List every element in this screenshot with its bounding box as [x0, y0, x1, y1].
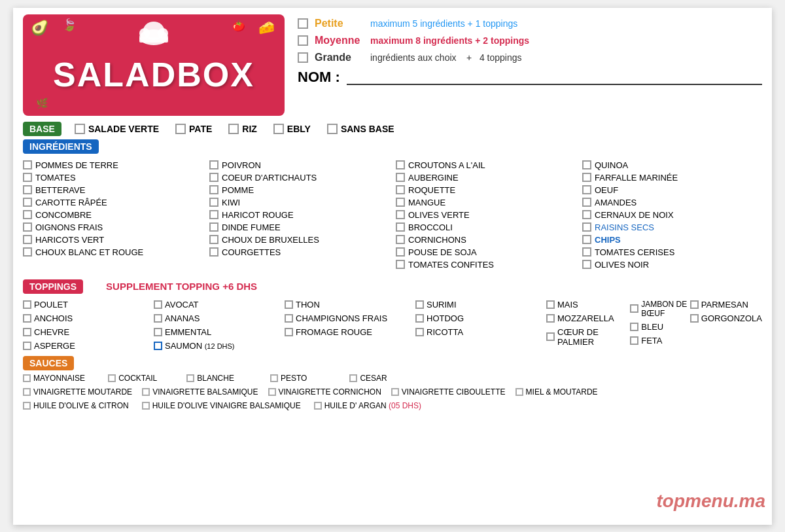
ingredients-badge: INGRÉDIENTS: [23, 139, 99, 154]
sauces-row1: MAYONNAISE COCKTAIL BLANCHE PESTO CESAR: [23, 372, 762, 384]
sauces-row3: HUILE D'OLIVE & CITRON HUILE D'OLIVE VIN…: [23, 400, 762, 412]
sauce-blanche: BLANCHE: [186, 372, 234, 384]
top-thon: THON: [285, 298, 415, 311]
top-mozzarella: MOZZARELLA: [546, 312, 630, 325]
top-section: 🥑 🍃 🧀 🍅 🌿 SALADBOX Petite: [13, 8, 772, 119]
toppings-grid: POULET ANCHOIS CHEVRE ASPERGE AVOCAT ANA…: [23, 298, 762, 352]
sauce-mayonnaise: MAYONNAISE: [23, 372, 85, 384]
size-moyenne-checkbox[interactable]: [298, 35, 308, 46]
svg-rect-4: [139, 37, 168, 43]
base-ebly: EBLY: [273, 124, 311, 134]
top-chevre: CHEVRE: [23, 326, 154, 338]
top-asperge: ASPERGE: [23, 340, 154, 352]
ing-pommes-de-terre: POMMES DE TERRE: [23, 159, 203, 171]
toppings-col3: THON CHAMPIGNONS FRAIS FROMAGE ROUGE: [285, 298, 415, 352]
ing-farfalle-marinee: FARFALLE MARINÉE: [582, 171, 762, 184]
ingredients-badge-row: INGRÉDIENTS: [13, 139, 772, 154]
top-fromage-rouge: FROMAGE ROUGE: [285, 326, 415, 338]
size-grande-label: Grande: [315, 52, 364, 63]
ing-tomates: TOMATES: [23, 171, 203, 184]
base-badge: BASE: [23, 122, 61, 136]
ing-kiwi: KIWI: [209, 196, 389, 209]
ing-haricots-vert: HARICOTS VERT: [23, 234, 203, 246]
top-ananas: ANANAS: [154, 312, 285, 325]
toppings-header: TOPPINGS SUPPLEMENT TOPPING +6 DHS: [13, 276, 772, 297]
base-salade-verte: SALADE VERTE: [75, 124, 159, 134]
toppings-col4: SURIMI HOTDOG RICOTTA: [415, 298, 546, 352]
base-riz-checkbox[interactable]: [228, 124, 239, 134]
base-riz-label: RIZ: [242, 124, 257, 134]
svg-point-2: [139, 28, 150, 39]
ing-olives-verte: OLIVES VERTE: [396, 209, 576, 221]
nom-input-line[interactable]: [347, 69, 762, 85]
ing-croutons-ail: CROUTONS A L'AIL: [396, 159, 576, 171]
top-anchois: ANCHOIS: [23, 312, 154, 325]
logo-area: 🥑 🍃 🧀 🍅 🌿 SALADBOX: [23, 14, 285, 116]
size-grande: Grande ingrédients aux choix + 4 topping…: [298, 52, 762, 63]
base-ebly-label: EBLY: [287, 124, 311, 134]
sauces-header: SAUCES: [13, 355, 772, 371]
base-sans-base: SANS BASE: [327, 124, 394, 134]
base-ebly-checkbox[interactable]: [273, 124, 284, 134]
top-mais: MAIS: [546, 298, 630, 311]
ing-raisins-secs: RAISINS SECS: [582, 221, 762, 234]
base-riz: RIZ: [228, 124, 257, 134]
ing-quinoa: QUINOA: [582, 159, 762, 171]
ing-choux-blanc-rouge: CHOUX BLANC ET ROUGE: [23, 246, 203, 258]
size-petite-desc: maximum 5 ingrédients + 1 toppings: [370, 18, 517, 29]
ing-chips: CHIPS: [582, 234, 762, 246]
top-champignons: CHAMPIGNONS FRAIS: [285, 312, 415, 325]
top-jambon-boeuf: JAMBON DE BŒUF: [630, 298, 690, 319]
base-pate-checkbox[interactable]: [175, 124, 186, 134]
size-petite-checkbox[interactable]: [298, 18, 308, 29]
ing-poivron: POIVRON: [209, 159, 389, 171]
sauce-vinaigrette-cornichon: VINAIGRETTE CORNICHON: [268, 386, 381, 398]
sauce-pesto: PESTO: [270, 372, 307, 384]
size-grande-checkbox[interactable]: [298, 52, 308, 63]
base-row: BASE SALADE VERTE PATE RIZ EBLY SANS BAS…: [13, 119, 772, 139]
base-sans-base-label: SANS BASE: [341, 124, 394, 134]
sauce-cesar: CESAR: [349, 372, 387, 384]
top-poulet: POULET: [23, 298, 154, 311]
top-surimi: SURIMI: [415, 298, 546, 311]
top-saumon: SAUMON (12 DHS): [154, 340, 285, 352]
ingredients-section: POMMES DE TERRE TOMATES BETTERAVE CAROTT…: [13, 154, 772, 274]
ing-cornichons: CORNICHONS: [396, 234, 576, 246]
top-emmental: EMMENTAL: [154, 326, 285, 338]
sauce-vinaigrette-ciboulette: VINAIGRETTE CIBOULETTE: [391, 386, 506, 398]
toppings-col1: POULET ANCHOIS CHEVRE ASPERGE: [23, 298, 154, 352]
top-parmesan: PARMESAN: [690, 298, 762, 311]
ing-dinde-fumee: DINDE FUMEE: [209, 221, 389, 234]
supplement-text: SUPPLEMENT TOPPING +6 DHS: [106, 281, 257, 292]
size-petite: Petite maximum 5 ingrédients + 1 topping…: [298, 18, 762, 29]
ing-courgettes: COURGETTES: [209, 246, 389, 258]
toppings-badge: TOPPINGS: [23, 279, 83, 294]
ing-col4: QUINOA FARFALLE MARINÉE OEUF AMANDES CER…: [582, 159, 762, 271]
base-sans-base-checkbox[interactable]: [327, 124, 338, 134]
base-salade-verte-checkbox[interactable]: [75, 124, 85, 134]
sauce-vinaigrette-moutarde: VINAIGRETTE MOUTARDE: [23, 386, 132, 398]
ing-roquette: ROQUETTE: [396, 184, 576, 196]
sauces-section: MAYONNAISE COCKTAIL BLANCHE PESTO CESAR …: [13, 371, 772, 415]
base-salade-verte-label: SALADE VERTE: [88, 124, 159, 134]
sauce-cocktail: COCKTAIL: [108, 372, 157, 384]
sauce-huile-argan: HUILE D' ARGAN (05 DHS): [314, 400, 421, 412]
ing-col2: POIVRON COEUR D'ARTICHAUTS POMME KIWI HA…: [209, 159, 389, 271]
ing-tomates-confites: TOMATES CONFITES: [396, 258, 576, 271]
toppings-col2: AVOCAT ANANAS EMMENTAL SAUMON (12 DHS): [154, 298, 285, 352]
nom-row: NOM :: [298, 69, 762, 86]
ing-broccoli: BROCCOLI: [396, 221, 576, 234]
ing-pomme: POMME: [209, 184, 389, 196]
ing-oeuf: OEUF: [582, 184, 762, 196]
ing-choux-bruxelles: CHOUX DE BRUXELLES: [209, 234, 389, 246]
svg-point-3: [158, 28, 168, 39]
top-coeur-palmier: CŒUR DE PALMIER: [546, 326, 630, 348]
ing-concombre: CONCOMBRE: [23, 209, 203, 221]
top-bleu: BLEU: [630, 321, 690, 333]
ingredients-grid: POMMES DE TERRE TOMATES BETTERAVE CAROTT…: [23, 159, 762, 271]
top-gorgonzola: GORGONZOLA: [690, 312, 762, 325]
ing-mangue: MANGUE: [396, 196, 576, 209]
ing-tomates-cerises: TOMATES CERISES: [582, 246, 762, 258]
size-moyenne: Moyenne maximum 8 ingrédients + 2 toppin…: [298, 35, 762, 46]
size-moyenne-label: Moyenne: [315, 35, 364, 46]
